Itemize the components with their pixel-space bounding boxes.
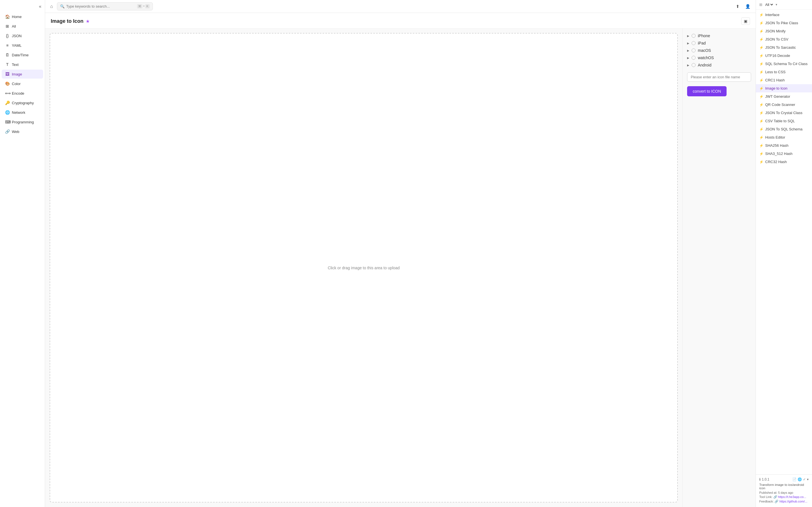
convert-button[interactable]: convert to ICON [687, 86, 726, 96]
globe-icon-button[interactable]: 🌐 [798, 477, 802, 482]
tool-item-icon: ⚡ [759, 144, 763, 148]
item-label: Image to Icon [765, 86, 788, 91]
tool-item-icon: ⚡ [759, 29, 763, 33]
tool-item-icon: ⚡ [759, 103, 763, 107]
platform-label: iPad [698, 41, 706, 45]
sidebar-item-programming[interactable]: ⌨ Programming [2, 117, 43, 126]
expand-icon-button[interactable]: ▾ [807, 477, 809, 482]
list-item[interactable]: ⚡ SHA256 Hash [756, 142, 812, 150]
item-label: Hosts Editor [765, 135, 785, 139]
sidebar-item-label: All [12, 24, 16, 29]
item-label: SHA256 Hash [765, 144, 788, 148]
list-item[interactable]: ⚡ UTF16 Decode [756, 52, 812, 60]
search-input[interactable] [66, 4, 135, 8]
sidebar-item-label: Cryptography [12, 101, 34, 105]
sidebar-item-datetime[interactable]: 🗓 Date/Time [2, 50, 43, 59]
user-button[interactable]: 👤 [744, 3, 752, 10]
platform-iphone[interactable]: ▶ iPhone [687, 33, 751, 39]
sidebar-item-label: Programming [12, 120, 34, 124]
list-item[interactable]: ⚡ JSON To Crystal Class [756, 109, 812, 117]
radio-macos[interactable] [692, 48, 696, 52]
list-item[interactable]: ⚡ JWT Generator [756, 93, 812, 101]
item-label: Interface [765, 13, 779, 17]
sidebar-item-text[interactable]: T Text [2, 60, 43, 69]
feedback-link[interactable]: https://github.com/... [779, 500, 808, 503]
home-button[interactable]: ⌂ [49, 3, 55, 10]
json-icon: {} [5, 34, 10, 38]
list-item[interactable]: ⚡ Less to CSS [756, 68, 812, 76]
search-icon: 🔍 [60, 4, 64, 8]
footer-feedback-row: Feedback: 🔗 https://github.com/... [759, 500, 809, 503]
item-label: JSON To Sarcastic [765, 45, 796, 50]
cmd-key: ⌘ [137, 4, 142, 8]
topbar: ⌂ 🔍 ⌘ + K ⬆ 👤 [45, 0, 756, 13]
platform-android[interactable]: ▶ Android [687, 62, 751, 68]
item-label: JWT Generator [765, 94, 790, 99]
sidebar-item-yaml[interactable]: ≡ YAML [2, 41, 43, 50]
radio-watchos[interactable] [692, 56, 696, 60]
footer-description: Transform image to ios/android icon [759, 483, 809, 490]
platform-watchos[interactable]: ▶ watchOS [687, 55, 751, 61]
platform-label: macOS [698, 48, 711, 53]
sidebar-collapse-btn[interactable]: « [0, 2, 45, 12]
radio-iphone[interactable] [692, 34, 696, 38]
icon-name-input[interactable] [687, 72, 751, 82]
sidebar-item-cryptography[interactable]: 🔑 Cryptography [2, 98, 43, 107]
sidebar-item-home[interactable]: 🏠 Home [2, 12, 43, 21]
tool-link-label: Tool Link: [759, 495, 772, 499]
list-item[interactable]: ⚡ SHA3_512 Hash [756, 150, 812, 158]
list-item[interactable]: ⚡ QR Code Scanner [756, 101, 812, 109]
item-label: CRC1 Hash [765, 78, 784, 82]
chevron-right-icon: ▶ [687, 42, 689, 45]
item-label: CRC32 Hash [765, 160, 787, 164]
favorite-button[interactable]: ★ [86, 18, 90, 24]
sidebar-item-encode[interactable]: ⟺ Encode [2, 89, 43, 98]
list-item[interactable]: ⚡ Interface [756, 11, 812, 19]
upload-area[interactable]: Click or drag image to this area to uplo… [50, 33, 678, 503]
sidebar-item-color[interactable]: 🎨 Color [2, 79, 43, 88]
item-label: JSON To Pike Class [765, 21, 798, 25]
sidebar-item-label: Text [12, 62, 18, 67]
platform-label: watchOS [698, 55, 714, 60]
radio-ipad[interactable] [692, 41, 696, 45]
sidebar-item-label: Network [12, 110, 26, 115]
list-item[interactable]: ⚡ JSON To Pike Class [756, 19, 812, 27]
check-icon-button[interactable]: ✓ [803, 477, 806, 482]
sidebar-item-image[interactable]: 🖼 Image [2, 69, 43, 78]
list-item[interactable]: ⚡ JSON To Sarcastic [756, 43, 812, 52]
platform-ipad[interactable]: ▶ iPad [687, 40, 751, 46]
item-label: QR Code Scanner [765, 103, 795, 107]
version-number: 1.0.1 [762, 477, 769, 482]
radio-android[interactable] [692, 63, 696, 67]
list-item[interactable]: ⚡ JSON Minify [756, 27, 812, 35]
list-item[interactable]: ⚡ SQL Schema To C# Class [756, 60, 812, 68]
list-item[interactable]: ⚡ JSON To CSV [756, 35, 812, 43]
list-item[interactable]: ⚡ CRC1 Hash [756, 76, 812, 84]
sidebar-item-network[interactable]: 🌐 Network [2, 108, 43, 117]
filter-select[interactable]: All [764, 2, 774, 7]
tool-item-icon: ⚡ [759, 38, 763, 41]
list-item-active[interactable]: ⚡ Image to Icon [756, 84, 812, 93]
filter-icon: ⊞ [759, 3, 762, 7]
list-item[interactable]: ⚡ Hosts Editor [756, 133, 812, 142]
list-item[interactable]: ⚡ CRC32 Hash [756, 158, 812, 166]
tool-link[interactable]: https://t.he3app.co... [778, 495, 806, 499]
sidebar-item-label: JSON [12, 34, 22, 38]
cryptography-icon: 🔑 [5, 101, 10, 105]
tool-link-icon: 🔗 [773, 495, 778, 499]
sidebar-item-web[interactable]: 🔗 Web [2, 127, 43, 136]
platform-macos[interactable]: ▶ macOS [687, 48, 751, 53]
list-item[interactable]: ⚡ CSV Table to SQL [756, 117, 812, 125]
doc-icon-button[interactable]: 📄 [792, 477, 797, 482]
sidebar-item-json[interactable]: {} JSON [2, 31, 43, 40]
sidebar-item-all[interactable]: ⊞ All [2, 22, 43, 31]
tool-header: Image to Icon ★ ▣ [45, 13, 756, 29]
item-label: JSON Minify [765, 29, 785, 33]
encode-icon: ⟺ [5, 91, 10, 96]
share-button[interactable]: ⬆ [734, 3, 741, 10]
list-item[interactable]: ⚡ JSON To SQL Schema [756, 125, 812, 133]
collapse-icon[interactable]: « [38, 3, 43, 10]
panel-toggle-button[interactable]: ▣ [741, 17, 750, 25]
tool-item-icon: ⚡ [759, 46, 763, 50]
right-panel-footer: ℹ 1.0.1 📄 🌐 ✓ ▾ Transform image to ios/a… [756, 474, 812, 507]
